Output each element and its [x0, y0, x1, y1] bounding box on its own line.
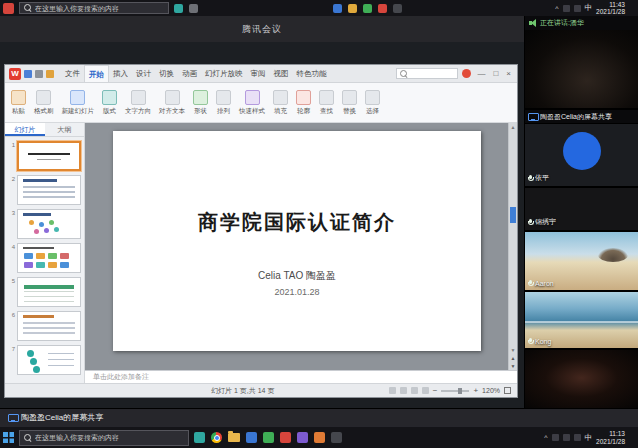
undo-icon[interactable] — [35, 70, 43, 78]
slideshow-view-icon[interactable] — [422, 387, 429, 394]
tray-icon[interactable] — [563, 434, 570, 441]
close-button[interactable]: × — [504, 70, 513, 78]
participant-tile[interactable]: Kong — [525, 292, 638, 350]
ribbon-button[interactable]: 格式刷 — [34, 90, 54, 116]
slide-thumbnail[interactable]: 3 — [8, 209, 81, 239]
app-icon[interactable] — [348, 4, 357, 13]
ribbon-button[interactable]: 查找 — [319, 90, 334, 116]
taskbar-clock[interactable]: 11:13 2021/1/28 — [596, 430, 625, 445]
tray-chevron-icon[interactable]: ^ — [544, 434, 547, 441]
print-icon[interactable] — [46, 70, 54, 78]
ime-indicator[interactable]: 中 — [585, 433, 593, 443]
ribbon-button[interactable]: 替换 — [342, 90, 357, 116]
participant-tile[interactable] — [525, 30, 638, 110]
slide-thumbnail[interactable]: 6 — [8, 311, 81, 341]
previous-slide-icon[interactable]: ▲ — [509, 354, 517, 362]
slide-thumbnail-box[interactable] — [17, 345, 81, 375]
command-search[interactable] — [396, 68, 458, 79]
ribbon-button[interactable]: 快速样式 — [239, 90, 265, 116]
ribbon-button[interactable]: 填充 — [273, 90, 288, 116]
tray-icon[interactable] — [574, 5, 581, 12]
zoom-out-button[interactable]: − — [433, 387, 438, 395]
start-button-icon[interactable] — [3, 432, 14, 443]
ribbon-button[interactable]: 形状 — [193, 90, 208, 116]
scrollbar-thumb[interactable] — [510, 207, 516, 223]
scroll-up-icon[interactable]: ▲ — [509, 123, 517, 131]
ribbon-button[interactable]: 新建幻灯片 — [62, 90, 95, 116]
tray-icon[interactable] — [552, 434, 559, 441]
ribbon-button[interactable]: 版式 — [102, 90, 117, 116]
next-slide-icon[interactable]: ▼ — [509, 362, 517, 370]
ribbon-button[interactable]: 对齐文本 — [159, 90, 185, 116]
slide-thumbnail[interactable]: 4 — [8, 243, 81, 273]
zoom-slider[interactable] — [441, 390, 469, 392]
slide-thumbnail-box[interactable] — [17, 277, 81, 307]
app-icon[interactable] — [194, 432, 205, 443]
slide-thumbnail[interactable]: 2 — [8, 175, 81, 205]
ribbon-button[interactable]: 粘贴 — [11, 90, 26, 116]
app-icon[interactable] — [246, 432, 257, 443]
slide-date[interactable]: 2021.01.28 — [113, 287, 481, 297]
current-slide[interactable]: 商学院国际认证简介 Celia TAO 陶盈盈 2021.01.28 — [113, 131, 481, 351]
panel-tab[interactable]: 大纲 — [45, 123, 85, 136]
member-icon[interactable] — [462, 69, 471, 78]
search-input[interactable] — [35, 5, 164, 12]
ribbon-button[interactable]: 文字方向 — [125, 90, 151, 116]
fit-to-window-icon[interactable] — [504, 387, 511, 394]
taskbar-search[interactable] — [19, 430, 189, 446]
zoom-slider-knob[interactable] — [458, 388, 462, 394]
app-icon[interactable] — [189, 4, 198, 13]
notes-pane[interactable]: 单击此处添加备注 — [85, 370, 517, 383]
vertical-scrollbar[interactable]: ▲ ▼ ▲ ▼ — [508, 123, 517, 370]
app-icon[interactable] — [3, 3, 14, 14]
slide-thumbnail-box[interactable] — [17, 175, 81, 205]
app-icon[interactable] — [378, 4, 387, 13]
app-icon[interactable] — [331, 432, 342, 443]
ribbon-tab[interactable]: 视图 — [270, 65, 293, 82]
minimize-button[interactable]: — — [475, 70, 487, 78]
tray-icon[interactable] — [563, 5, 570, 12]
slide-thumbnail-box[interactable] — [17, 243, 81, 273]
ribbon-tab[interactable]: 文件 — [61, 65, 84, 82]
slide-thumbnail[interactable]: 7 — [8, 345, 81, 375]
taskbar-clock[interactable]: 11:43 2021/1/28 — [596, 1, 625, 16]
slide-thumbnail-box[interactable] — [17, 311, 81, 341]
sorter-view-icon[interactable] — [400, 387, 407, 394]
participant-tile[interactable]: 锦绣宇 — [525, 188, 638, 232]
slide-title[interactable]: 商学院国际认证简介 — [113, 209, 481, 236]
ribbon-button[interactable]: 轮廓 — [296, 90, 311, 116]
reading-view-icon[interactable] — [411, 387, 418, 394]
app-icon[interactable] — [280, 432, 291, 443]
app-icon[interactable] — [174, 4, 183, 13]
ribbon-button[interactable]: 排列 — [216, 90, 231, 116]
zoom-level[interactable]: 120% — [482, 387, 500, 394]
panel-tab[interactable]: 幻灯片 — [5, 123, 45, 136]
participant-tile[interactable]: 依平 — [525, 124, 638, 188]
slide-thumbnail[interactable]: 5 — [8, 277, 81, 307]
slide-thumbnail-box[interactable] — [17, 141, 81, 171]
search-input[interactable] — [35, 434, 184, 441]
app-icon[interactable] — [333, 4, 342, 13]
app-icon[interactable] — [393, 4, 402, 13]
scroll-down-icon[interactable]: ▼ — [509, 346, 517, 354]
ime-indicator[interactable]: 中 — [585, 3, 593, 13]
normal-view-icon[interactable] — [389, 387, 396, 394]
slide-thumbnail-box[interactable] — [17, 209, 81, 239]
app-icon[interactable] — [263, 432, 274, 443]
tray-icon[interactable] — [574, 434, 581, 441]
folder-icon[interactable] — [228, 433, 240, 442]
ribbon-button[interactable]: 选择 — [365, 90, 380, 116]
maximize-button[interactable]: □ — [491, 70, 500, 78]
ribbon-tab[interactable]: 幻灯片放映 — [201, 65, 247, 82]
participant-tile[interactable] — [525, 350, 638, 408]
ribbon-tab[interactable]: 特色功能 — [293, 65, 331, 82]
app-icon[interactable] — [363, 4, 372, 13]
ribbon-tab[interactable]: 切换 — [155, 65, 178, 82]
participant-tile[interactable]: Aaron — [525, 232, 638, 292]
save-icon[interactable] — [24, 70, 32, 78]
browser-icon[interactable] — [211, 432, 222, 443]
tray-chevron-icon[interactable]: ^ — [555, 5, 558, 12]
ribbon-tab[interactable]: 动画 — [178, 65, 201, 82]
ribbon-tab[interactable]: 开始 — [84, 65, 109, 82]
ribbon-tab[interactable]: 设计 — [132, 65, 155, 82]
